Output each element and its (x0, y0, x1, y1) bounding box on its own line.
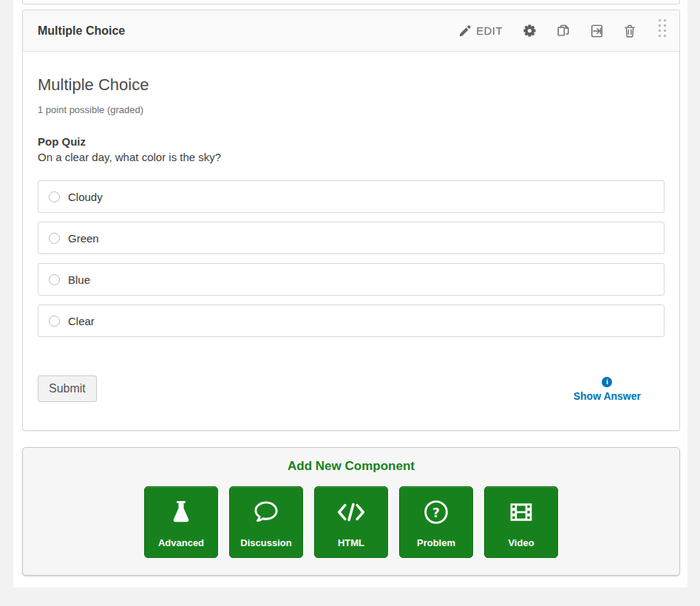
drag-dots-icon (658, 18, 667, 41)
component-actions: EDIT (449, 15, 672, 47)
question-text: On a clear day, what color is the sky? (38, 151, 665, 163)
add-button-label: Advanced (158, 537, 204, 557)
problem-actions-row: Submit i Show Answer (38, 374, 665, 402)
answer-option-clear[interactable]: Clear (38, 304, 665, 337)
submit-button[interactable]: Submit (38, 375, 97, 402)
svg-text:?: ? (432, 505, 440, 520)
points-possible: 1 point possible (graded) (38, 104, 665, 115)
add-button-label: HTML (338, 537, 364, 557)
add-button-label: Problem (417, 537, 455, 557)
unit-page: Multiple Choice EDIT (0, 0, 700, 606)
component-title: Multiple Choice (38, 24, 125, 38)
radio-cloudy[interactable] (49, 191, 60, 202)
answer-options: Cloudy Green Blue Clear (38, 180, 665, 337)
option-label: Green (68, 232, 99, 245)
edit-button-label: EDIT (476, 24, 503, 37)
problem-body: Multiple Choice 1 point possible (graded… (23, 52, 679, 430)
option-label: Blue (68, 273, 90, 286)
add-button-label: Discussion (240, 537, 291, 557)
code-icon (336, 487, 366, 537)
edit-button[interactable]: EDIT (449, 20, 513, 41)
add-button-label: Video (508, 537, 534, 557)
drag-handle[interactable] (646, 15, 672, 47)
add-component-buttons: Advanced Discussion HTML ? (23, 486, 679, 558)
show-answer-label: Show Answer (574, 390, 641, 402)
option-label: Clear (68, 315, 95, 327)
delete-button[interactable] (614, 20, 646, 42)
move-button[interactable] (580, 20, 614, 42)
option-label: Cloudy (68, 191, 103, 203)
settings-button[interactable] (513, 20, 546, 41)
radio-clear[interactable] (49, 316, 60, 327)
answer-option-blue[interactable]: Blue (38, 263, 665, 296)
question-circle-icon: ? (424, 487, 449, 537)
duplicate-icon (557, 24, 570, 38)
answer-option-cloudy[interactable]: Cloudy (38, 180, 665, 213)
duplicate-button[interactable] (546, 20, 580, 42)
trash-icon (624, 24, 636, 38)
add-problem-button[interactable]: ? Problem (399, 486, 473, 558)
gear-icon (523, 24, 536, 37)
film-icon (509, 487, 534, 537)
add-html-button[interactable]: HTML (314, 486, 388, 558)
move-icon (591, 24, 603, 38)
answer-option-green[interactable]: Green (38, 222, 665, 254)
add-video-button[interactable]: Video (484, 486, 558, 558)
question-title: Pop Quiz (38, 135, 665, 148)
show-answer-link[interactable]: i Show Answer (574, 374, 665, 402)
add-advanced-button[interactable]: Advanced (144, 486, 218, 558)
flask-icon (170, 487, 192, 537)
previous-component-edge (22, 0, 680, 4)
problem-heading: Multiple Choice (38, 75, 665, 95)
radio-blue[interactable] (49, 274, 60, 285)
component-header: Multiple Choice EDIT (23, 10, 679, 52)
pencil-icon (459, 25, 471, 37)
add-new-component-title: Add New Component (23, 459, 679, 474)
unit-content-column: Multiple Choice EDIT (13, 0, 687, 588)
component-card-multiple-choice: Multiple Choice EDIT (22, 10, 680, 431)
add-discussion-button[interactable]: Discussion (229, 486, 303, 558)
add-new-component-panel: Add New Component Advanced Discussion (22, 447, 680, 576)
radio-green[interactable] (49, 233, 60, 244)
speech-bubble-icon (254, 487, 279, 537)
info-icon: i (602, 377, 612, 387)
